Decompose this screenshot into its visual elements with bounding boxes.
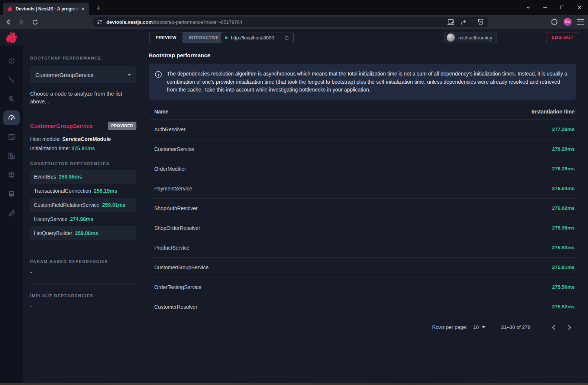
sidebar-item-tools[interactable]: [3, 205, 20, 220]
chevron-down-icon: [482, 326, 485, 328]
dependency-item[interactable]: HistoryService274.98ms: [30, 212, 136, 226]
dependency-item[interactable]: CustomFieldRelationService259.01ms: [30, 198, 136, 212]
chevron-down-icon: [127, 74, 131, 76]
logout-button[interactable]: LOG OUT: [546, 32, 579, 43]
bootstrap-performance-panel: BOOTSTRAP PERFORMANCE CustomerGroupServi…: [23, 46, 144, 383]
param-deps-title: PARAM-BASED DEPENDENCIES: [30, 259, 136, 264]
settings-gear-icon: [7, 171, 16, 179]
panel-hint-text: Choose a node to analyze from the list a…: [30, 90, 136, 106]
divider: [29, 284, 138, 285]
previous-page-button[interactable]: [547, 321, 560, 334]
provider-badge: PROVIDER: [108, 122, 136, 130]
page-range: 21–30 of 278: [501, 324, 530, 330]
table-row[interactable]: AuthResolver 277.29ms: [149, 120, 576, 139]
sidebar-item-routes[interactable]: [3, 73, 20, 87]
extensions-icon[interactable]: [550, 18, 558, 26]
dependency-time: 259.01ms: [102, 202, 126, 208]
reload-button[interactable]: [30, 17, 40, 27]
row-time: 276.02ms: [552, 205, 575, 211]
window-minimize-button[interactable]: [537, 0, 554, 15]
table-row[interactable]: ProductService 275.93ms: [149, 238, 576, 258]
row-name: CustomerResolver: [154, 304, 197, 310]
row-time: 275.81ms: [552, 264, 575, 270]
share-icon[interactable]: [460, 19, 467, 26]
row-name: OrderModifier: [154, 166, 186, 172]
app-header: PREVIEW INTERACTIVE http://localhost:800…: [0, 29, 588, 46]
performance-table: Name Instantiation time AuthResolver 277…: [149, 104, 576, 338]
new-tab-button[interactable]: +: [93, 3, 103, 14]
table-row[interactable]: OrderModifier 276.26ms: [149, 159, 576, 179]
window-close-button[interactable]: [571, 0, 588, 15]
table-row[interactable]: ShopOrderResolver 275.98ms: [149, 218, 576, 238]
dependency-item[interactable]: TransactionalConnection258.19ms: [30, 184, 136, 198]
browser-window: Devtools | NestJS - A progressive ✕ + de…: [0, 0, 588, 385]
page-title: Bootstrap performance: [149, 52, 576, 58]
modules-building-icon: [7, 152, 16, 160]
preview-tab[interactable]: PREVIEW: [150, 32, 183, 43]
sidebar-item-graph[interactable]: [3, 54, 20, 68]
table-row[interactable]: OrderTestingService 275.56ms: [149, 277, 576, 297]
send-to-device-icon[interactable]: [447, 19, 455, 25]
init-time-line: Initialization time: 275.81ms: [30, 145, 136, 151]
table-row[interactable]: CustomerService 276.29ms: [149, 139, 576, 159]
next-page-button[interactable]: [563, 321, 576, 334]
browser-tab[interactable]: Devtools | NestJS - A progressive ✕: [3, 3, 89, 15]
main-content: Bootstrap performance The dependencies r…: [144, 46, 588, 383]
target-url: http://localhost:8000: [231, 35, 284, 41]
dependency-name: ListQueryBuilder: [34, 230, 72, 236]
table-row[interactable]: CustomerGroupService 275.81ms: [149, 258, 576, 277]
table-pagination: Rows per page: 10 21–30 of 278: [149, 317, 576, 338]
row-name: PaymentService: [154, 186, 192, 192]
nestjs-logo-icon[interactable]: [4, 31, 18, 45]
sidebar-item-audit[interactable]: [3, 129, 20, 144]
panel-title: BOOTSTRAP PERFORMANCE: [30, 56, 136, 60]
row-time: 275.52ms: [552, 304, 575, 309]
performance-gauge-icon: [7, 114, 16, 122]
forward-button[interactable]: [16, 17, 27, 27]
browser-profile-avatar[interactable]: [563, 18, 572, 26]
table-row[interactable]: ShopAuthResolver 276.02ms: [149, 199, 576, 218]
window-bottom-edge: [0, 383, 588, 385]
sidebar-item-settings[interactable]: [3, 167, 20, 182]
row-time: 276.04ms: [552, 186, 575, 191]
dependency-name: HistoryService: [34, 216, 67, 222]
routes-icon: [7, 76, 16, 84]
tab-search-icon[interactable]: [520, 0, 537, 15]
rows-per-page-label: Rows per page:: [432, 324, 468, 330]
node-select-dropdown[interactable]: CustomerGroupService: [30, 66, 136, 83]
sidebar-item-inspect[interactable]: [3, 92, 20, 106]
row-time: 275.93ms: [552, 245, 575, 250]
docs-icon: [7, 190, 16, 198]
sidebar-item-performance[interactable]: [3, 110, 20, 125]
url-bar[interactable]: devtools.nestjs.com/bootstrap-performanc…: [93, 17, 488, 27]
table-row[interactable]: CustomerResolver 275.52ms: [149, 297, 576, 317]
row-name: CustomerGroupService: [154, 264, 209, 270]
url-path: /bootstrap-performance?node=-65179764: [153, 19, 242, 25]
user-name: michaelbromley: [458, 35, 492, 41]
rows-per-page-select[interactable]: 10: [473, 324, 485, 330]
row-name: ShopOrderResolver: [154, 225, 200, 231]
node-select-value: CustomerGroupService: [35, 72, 127, 78]
interactive-tab[interactable]: INTERACTIVE: [183, 32, 225, 43]
back-button[interactable]: [3, 17, 13, 27]
window-maximize-button[interactable]: [554, 0, 571, 15]
dependency-time: 259.06ms: [75, 230, 98, 236]
tab-close-icon[interactable]: ✕: [80, 6, 86, 12]
target-reload-icon[interactable]: [284, 35, 290, 41]
row-time: 275.56ms: [552, 284, 575, 290]
user-chip[interactable]: michaelbromley: [444, 32, 497, 43]
browser-toolbar: devtools.nestjs.com/bootstrap-performanc…: [0, 15, 588, 29]
site-settings-icon[interactable]: [97, 19, 103, 25]
constructor-deps-title: CONSTRUCTOR DEPENDENCIES: [30, 161, 136, 166]
sidebar-item-docs[interactable]: [3, 186, 20, 201]
brave-shield-icon[interactable]: [478, 19, 484, 26]
browser-menu-icon[interactable]: [577, 19, 584, 25]
info-callout: The dependencies resolution algorithm is…: [149, 64, 576, 100]
dependency-item[interactable]: ListQueryBuilder259.06ms: [30, 226, 136, 240]
dependency-item[interactable]: EventBus258.85ms: [30, 170, 136, 184]
sidebar-item-modules[interactable]: [3, 148, 20, 163]
table-row[interactable]: PaymentService 276.04ms: [149, 179, 576, 199]
target-url-chip[interactable]: http://localhost:8000: [221, 32, 294, 43]
constructor-deps-list: EventBus258.85ms TransactionalConnection…: [30, 170, 136, 240]
column-instantiation-time: Instantiation time: [532, 109, 575, 115]
